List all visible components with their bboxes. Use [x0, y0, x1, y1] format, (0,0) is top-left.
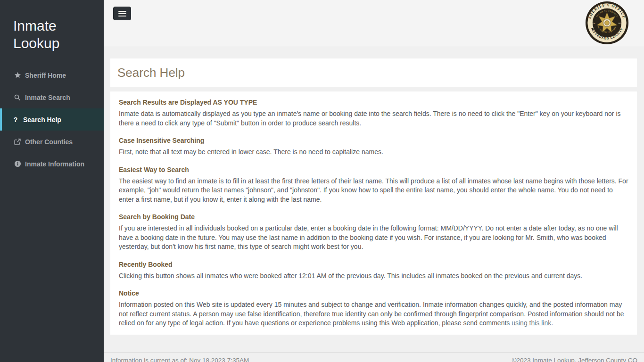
sidebar-item-label: Other Counties — [25, 138, 73, 146]
sidebar-nav: Sheriff Home Inmate Search ? Search Help… — [0, 64, 104, 175]
section-heading: Case Insensitive Searching — [119, 137, 629, 144]
section-heading: Search Results are Displayed AS YOU TYPE — [119, 99, 629, 106]
sidebar: Inmate Lookup Sheriff Home Inmate Search… — [0, 0, 104, 362]
topbar: SHERIFF'S OFFICE JEFFERSON COUNTY ★ ★ SW… — [104, 0, 644, 46]
section-case-insensitive: Case Insensitive Searching First, note t… — [119, 137, 629, 157]
sidebar-item-search-help[interactable]: ? Search Help — [0, 108, 104, 131]
section-recently-booked: Recently Booked Clicking this button sho… — [119, 261, 629, 281]
section-body: The easiest way to find an inmate is to … — [119, 177, 629, 205]
sidebar-item-label: Search Help — [23, 116, 61, 123]
footer-current-as-of: Information is current as of: Nov 18,202… — [110, 357, 249, 362]
seal-year-text: 1859 — [618, 22, 623, 25]
sidebar-item-inmate-information[interactable]: Inmate Information — [0, 153, 104, 175]
section-heading: Easiest Way to Search — [119, 166, 629, 173]
menu-toggle-button[interactable] — [113, 7, 131, 20]
question-icon: ? — [12, 116, 19, 123]
main-region: SHERIFF'S OFFICE JEFFERSON COUNTY ★ ★ SW… — [104, 0, 644, 362]
seal-est-text: Est. — [592, 22, 595, 25]
section-body: First, note that all text may be entered… — [119, 148, 629, 157]
star-icon — [14, 72, 21, 79]
section-easiest-way: Easiest Way to Search The easiest way to… — [119, 166, 629, 205]
seal-left-star: ★ — [591, 28, 594, 31]
section-heading: Recently Booked — [119, 261, 629, 268]
sidebar-item-sheriff-home[interactable]: Sheriff Home — [0, 64, 104, 86]
footer-copyright: ©2023 Inmate Lookup, Jefferson County CO — [512, 357, 637, 362]
section-as-you-type: Search Results are Displayed AS YOU TYPE… — [119, 99, 629, 128]
search-icon — [14, 94, 21, 101]
footer: Information is current as of: Nov 18,202… — [104, 352, 644, 362]
sidebar-item-label: Sheriff Home — [25, 72, 66, 79]
external-link-icon — [14, 139, 21, 145]
section-heading: Search by Booking Date — [119, 213, 629, 221]
app-title[interactable]: Inmate Lookup — [0, 0, 104, 52]
section-body: If you are interested in all individuals… — [119, 224, 629, 252]
sheriff-office-seal-logo: SHERIFF'S OFFICE JEFFERSON COUNTY ★ ★ SW… — [585, 1, 629, 45]
sidebar-item-label: Inmate Information — [25, 160, 84, 168]
section-booking-date: Search by Booking Date If you are intere… — [119, 213, 629, 252]
page-title: Search Help — [117, 66, 185, 80]
comments-link[interactable]: using this link — [512, 319, 551, 327]
section-body: Inmate data is automatically displayed a… — [119, 109, 629, 128]
sidebar-item-label: Inmate Search — [25, 94, 70, 101]
info-icon — [14, 160, 21, 167]
search-help-panel: Search Results are Displayed AS YOU TYPE… — [110, 91, 638, 335]
sidebar-item-inmate-search[interactable]: Inmate Search — [0, 86, 104, 108]
notice-text-after-link: . — [551, 319, 553, 327]
hamburger-icon — [118, 11, 126, 12]
section-body: Clicking this button shows all inmates w… — [119, 272, 629, 281]
sidebar-item-other-counties[interactable]: Other Counties — [0, 131, 104, 153]
section-body: Information posted on this Web site is u… — [119, 300, 629, 328]
section-heading: Notice — [119, 289, 629, 297]
page-title-panel: Search Help — [110, 58, 638, 87]
section-notice: Notice Information posted on this Web si… — [119, 289, 629, 328]
